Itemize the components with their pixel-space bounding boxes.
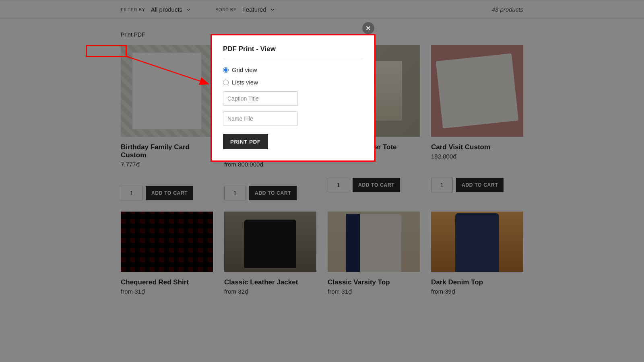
radio-grid-view-label: Grid view [232, 66, 257, 73]
modal-title: PDF Print - View [223, 45, 363, 59]
radio-lists-view-input[interactable] [223, 80, 229, 85]
pdf-print-modal: PDF Print - View Grid view Lists view PR… [211, 34, 376, 162]
radio-grid-view-input[interactable] [223, 67, 229, 73]
modal-close-button[interactable] [362, 22, 374, 34]
close-icon [366, 26, 371, 31]
radio-lists-view-label: Lists view [232, 79, 258, 86]
caption-title-input[interactable] [223, 91, 298, 106]
radio-grid-view[interactable]: Grid view [223, 66, 363, 73]
print-pdf-submit-button[interactable]: PRINT PDF [223, 134, 268, 149]
radio-lists-view[interactable]: Lists view [223, 79, 363, 86]
name-file-input[interactable] [223, 111, 298, 126]
